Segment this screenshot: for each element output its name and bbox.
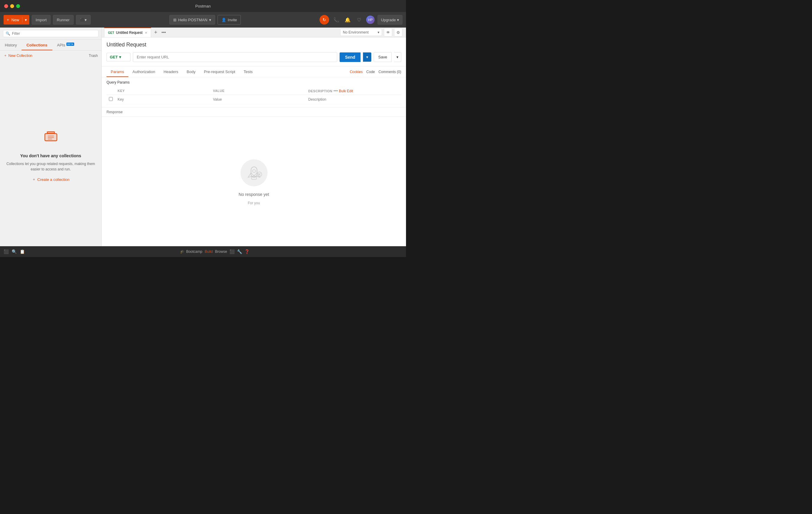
- send-button[interactable]: Send: [340, 52, 360, 62]
- sidebar-search: 🔍: [0, 28, 102, 40]
- bulk-edit-button[interactable]: Bulk Edit: [339, 89, 353, 93]
- sidebar-tabs: History Collections APIs BETA: [0, 40, 102, 51]
- sidebar-toggle-icon[interactable]: ⬛: [4, 249, 9, 254]
- bell-icon[interactable]: 🔔: [344, 16, 352, 24]
- shortcuts-icon[interactable]: 📋: [20, 249, 25, 254]
- beta-badge: BETA: [66, 43, 74, 46]
- req-tab-authorization[interactable]: Authorization: [128, 66, 160, 77]
- upgrade-button[interactable]: Upgrade ▾: [378, 15, 402, 25]
- close-button[interactable]: [4, 4, 8, 8]
- rocket-illustration: [239, 158, 269, 188]
- layout-button[interactable]: ⬛▾: [76, 15, 91, 25]
- params-table: KEY VALUE DESCRIPTION ••• Bulk Edit: [107, 87, 401, 104]
- settings-icon[interactable]: ⚙: [394, 28, 402, 36]
- person-icon: 👤: [222, 18, 226, 22]
- tab-history[interactable]: History: [0, 40, 22, 50]
- trash-button[interactable]: Trash: [89, 54, 98, 58]
- send-dropdown-button[interactable]: ▾: [363, 52, 371, 62]
- tab-apis[interactable]: APIs BETA: [52, 40, 79, 50]
- new-collection-button[interactable]: ＋ New Collection: [4, 53, 32, 58]
- main-content: GET Untitled Request ✕ + ••• No Environm…: [102, 28, 406, 246]
- phone-icon[interactable]: 📞: [332, 16, 341, 24]
- filter-input[interactable]: [12, 31, 96, 36]
- more-options-button[interactable]: •••: [334, 88, 338, 93]
- req-tabs-right: Cookies Code Comments (0): [350, 70, 401, 74]
- upgrade-label: Upgrade: [381, 18, 396, 22]
- environment-selector[interactable]: No Environment ▾: [340, 29, 382, 36]
- no-env-label: No Environment: [343, 30, 369, 34]
- plus-icon: ＋: [4, 53, 7, 58]
- chevron-icon: ▾: [397, 18, 399, 22]
- avatar[interactable]: HP: [366, 16, 375, 24]
- new-button[interactable]: ＋ New ▾: [4, 15, 29, 25]
- svg-point-8: [240, 159, 267, 186]
- query-params-title: Query Params: [107, 80, 401, 84]
- wrench-icon[interactable]: 🔧: [237, 249, 242, 254]
- response-empty-state: No response yet For you: [102, 117, 406, 246]
- invite-button[interactable]: 👤 Invite: [218, 15, 241, 25]
- minimize-button[interactable]: [10, 4, 14, 8]
- import-button[interactable]: Import: [32, 15, 51, 25]
- checkbox-col: [107, 87, 115, 95]
- maximize-button[interactable]: [16, 4, 20, 8]
- graduation-icon: 🎓: [180, 249, 184, 254]
- help-icon[interactable]: ❓: [244, 249, 250, 254]
- row-checkbox[interactable]: [109, 97, 113, 101]
- req-tab-headers[interactable]: Headers: [160, 66, 182, 77]
- req-tab-pre-request[interactable]: Pre-request Script: [200, 66, 239, 77]
- request-title: Untitled Request: [107, 42, 401, 48]
- tabs-bar: GET Untitled Request ✕ + ••• No Environm…: [102, 28, 406, 37]
- create-collection-label: Create a collection: [37, 177, 70, 182]
- req-tab-tests[interactable]: Tests: [239, 66, 257, 77]
- eye-icon[interactable]: 👁: [384, 28, 392, 36]
- new-button-main[interactable]: ＋ New: [4, 17, 23, 23]
- comments-link[interactable]: Comments (0): [378, 70, 401, 74]
- runner-button[interactable]: Runner: [53, 15, 74, 25]
- table-row: [107, 95, 401, 104]
- more-tabs-icon[interactable]: •••: [161, 30, 167, 35]
- build-button[interactable]: Build: [205, 249, 213, 254]
- no-response-text: No response yet: [239, 192, 269, 197]
- invite-label: Invite: [228, 18, 237, 22]
- request-tab-active[interactable]: GET Untitled Request ✕: [104, 28, 151, 37]
- workspace-button[interactable]: ⊞ Hello POSTMAN ▾: [169, 15, 215, 25]
- req-tab-body[interactable]: Body: [182, 66, 200, 77]
- url-input[interactable]: [133, 52, 337, 62]
- code-link[interactable]: Code: [366, 70, 375, 74]
- tab-collections[interactable]: Collections: [22, 40, 52, 50]
- method-label: GET: [110, 55, 118, 59]
- heart-icon[interactable]: ♡: [355, 16, 363, 24]
- key-input[interactable]: [118, 97, 208, 102]
- layout-bottom-icon[interactable]: ⬛: [230, 249, 235, 254]
- for-you-text: For you: [248, 201, 260, 205]
- tab-title: Untitled Request: [116, 31, 143, 35]
- sync-icon[interactable]: ↻: [320, 15, 329, 25]
- search-wrap: 🔍: [3, 30, 98, 37]
- search-bottom-icon[interactable]: 🔍: [12, 249, 17, 254]
- tab-close-icon[interactable]: ✕: [145, 31, 147, 34]
- new-button-arrow[interactable]: ▾: [23, 18, 29, 22]
- save-dropdown-button[interactable]: ▾: [394, 52, 401, 62]
- value-input[interactable]: [213, 97, 304, 102]
- response-section: Response No response yet For you: [102, 107, 406, 246]
- response-label: Response: [102, 108, 406, 117]
- bottom-bar: ⬛ 🔍 📋 🎓 Bootcamp Build Browse ⬛ 🔧 ❓: [0, 246, 406, 257]
- plus-icon: ＋: [32, 177, 36, 182]
- titlebar: Postman: [0, 0, 406, 12]
- method-selector[interactable]: GET ▾: [107, 53, 130, 61]
- search-icon: 🔍: [6, 31, 10, 36]
- toolbar-right: ↻ 📞 🔔 ♡ HP Upgrade ▾: [320, 15, 402, 25]
- main-toolbar: ＋ New ▾ Import Runner ⬛▾ ⊞ Hello POSTMAN…: [0, 12, 406, 28]
- grid-icon: ⊞: [173, 18, 176, 22]
- create-collection-button[interactable]: ＋ Create a collection: [32, 177, 70, 182]
- save-button[interactable]: Save: [374, 52, 392, 62]
- tabs-right: No Environment ▾ 👁 ⚙: [340, 28, 404, 36]
- description-header: DESCRIPTION ••• Bulk Edit: [306, 87, 401, 95]
- chevron-down-icon: ▾: [378, 30, 379, 34]
- browse-button[interactable]: Browse: [215, 249, 227, 254]
- req-tab-params[interactable]: Params: [107, 66, 128, 77]
- add-tab-icon[interactable]: +: [152, 29, 159, 36]
- bootcamp-button[interactable]: 🎓 Bootcamp: [180, 249, 202, 254]
- description-input[interactable]: [308, 97, 399, 102]
- cookies-link[interactable]: Cookies: [350, 70, 362, 74]
